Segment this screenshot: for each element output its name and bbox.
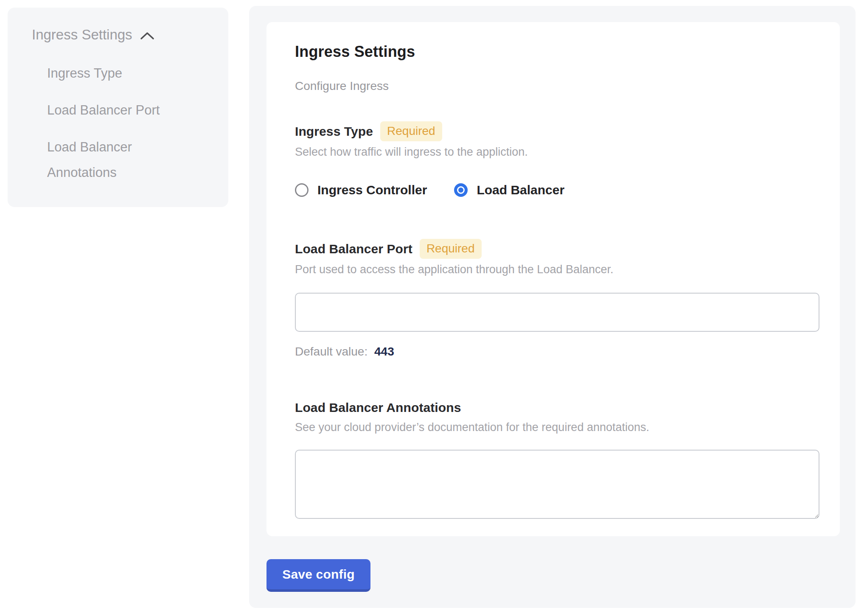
form-fields: Ingress Type Required Select how traffic… bbox=[295, 121, 819, 519]
page: Ingress Settings Ingress Type Load Balan… bbox=[0, 0, 864, 616]
sidebar-section-toggle[interactable]: Ingress Settings bbox=[32, 25, 203, 44]
field-ingress-type-head: Ingress Type Required bbox=[295, 121, 819, 141]
sidebar-item-load-balancer-port[interactable]: Load Balancer Port bbox=[47, 98, 177, 123]
default-value-label: Default value: bbox=[295, 345, 367, 358]
default-value-row: Default value: 443 bbox=[295, 344, 819, 359]
field-description: See your cloud provider’s documentation … bbox=[295, 420, 819, 434]
field-label: Load Balancer Annotations bbox=[295, 399, 461, 417]
radio-unchecked-icon bbox=[295, 183, 309, 197]
radio-label: Ingress Controller bbox=[317, 183, 427, 197]
load-balancer-annotations-textarea[interactable] bbox=[295, 450, 819, 519]
radio-option-load-balancer[interactable]: Load Balancer bbox=[454, 183, 564, 197]
field-label: Ingress Type bbox=[295, 123, 373, 140]
radio-checked-icon bbox=[454, 183, 468, 197]
ingress-type-radio-group: Ingress Controller Load Balancer bbox=[295, 183, 819, 197]
field-load-balancer-port-head: Load Balancer Port Required bbox=[295, 239, 819, 259]
page-subtitle: Configure Ingress bbox=[295, 79, 823, 93]
save-config-button[interactable]: Save config bbox=[266, 559, 370, 592]
field-ingress-type: Ingress Type Required Select how traffic… bbox=[295, 121, 819, 197]
sidebar-section-title: Ingress Settings bbox=[32, 25, 132, 44]
field-load-balancer-port: Load Balancer Port Required Port used to… bbox=[295, 239, 819, 359]
sidebar-item-ingress-type[interactable]: Ingress Type bbox=[47, 61, 177, 86]
chevron-up-icon bbox=[140, 31, 154, 40]
ingress-settings-card: Ingress Settings Configure Ingress Ingre… bbox=[266, 22, 840, 536]
field-description: Select how traffic will ingress to the a… bbox=[295, 145, 819, 159]
field-load-balancer-annotations-head: Load Balancer Annotations bbox=[295, 399, 819, 417]
required-badge: Required bbox=[420, 239, 482, 259]
sidebar-item-list: Ingress Type Load Balancer Port Load Bal… bbox=[32, 61, 203, 185]
settings-nav-sidebar: Ingress Settings Ingress Type Load Balan… bbox=[8, 8, 228, 207]
radio-label: Load Balancer bbox=[477, 183, 564, 197]
default-value: 443 bbox=[374, 345, 394, 358]
field-description: Port used to access the application thro… bbox=[295, 262, 819, 277]
sidebar-item-load-balancer-annotations[interactable]: Load Balancer Annotations bbox=[47, 134, 177, 185]
load-balancer-port-input[interactable] bbox=[295, 293, 819, 332]
radio-option-ingress-controller[interactable]: Ingress Controller bbox=[295, 183, 427, 197]
settings-panel: Ingress Settings Configure Ingress Ingre… bbox=[249, 6, 856, 608]
field-label: Load Balancer Port bbox=[295, 240, 412, 258]
page-title: Ingress Settings bbox=[295, 42, 823, 61]
field-load-balancer-annotations: Load Balancer Annotations See your cloud… bbox=[295, 399, 819, 519]
required-badge: Required bbox=[380, 121, 442, 141]
